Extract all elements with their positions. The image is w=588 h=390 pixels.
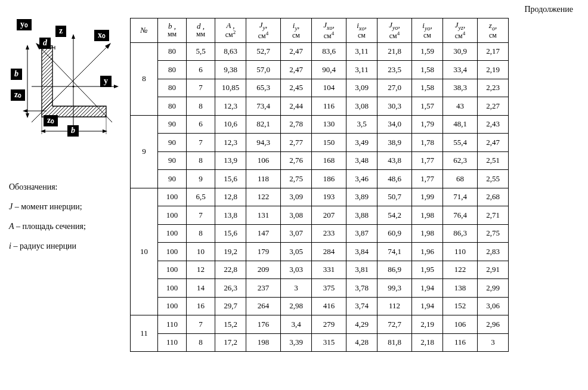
cell-ixo: 3,89 [346,188,377,206]
cell-b: 80 [158,79,187,97]
svg-marker-5 [23,109,27,113]
cell-Jyo: 81,8 [377,333,412,352]
cell-Jyo: 38,9 [377,134,412,152]
cell-A: 26,3 [215,279,246,298]
cell-ixo: 4,28 [346,333,377,352]
table-row: 101006,512,81223,091933,8950,71,9971,42,… [131,188,509,206]
cell-Jyz: 152 [443,297,478,315]
cell-Jyo: 99,3 [377,279,412,298]
label-b-left: b [11,69,22,80]
cell-iyo: 1,77 [412,151,443,170]
svg-marker-14 [26,45,29,49]
cell-zo: 2,23 [478,79,509,97]
cell-b: 100 [158,206,187,225]
cell-d: 8 [187,333,215,352]
table-body: 8805,58,6352,72,4783,63,1121,81,5930,92,… [131,42,509,352]
hdr-iy: iy,см [281,18,312,43]
note-4: i – радиус инерции [9,238,128,255]
label-b-bot: b [67,125,79,137]
cell-iyo: 1,99 [412,188,443,206]
table-row: 1001222,82093,033313,8186,91,951222,91 [131,261,509,279]
cell-d: 8 [187,151,215,170]
cell-A: 29,7 [215,297,246,315]
cell-b: 100 [158,243,187,261]
cell-iyo: 1,77 [412,170,443,188]
cell-b: 100 [158,188,187,206]
cell-Jyo: 21,8 [377,42,412,61]
properties-table-wrap: № b ,мм d ,мм A ,см2 Jy,см4 iy,см Jxo,см… [130,18,509,352]
cell-iyo: 1,58 [412,79,443,97]
cell-Jyo: 60,9 [377,224,412,243]
label-y0-top: y₀ [17,19,32,30]
cell-zo: 2,68 [478,188,509,206]
group-number: 11 [131,315,158,352]
label-z0-left: z₀ [11,89,25,101]
cell-zo: 2,51 [478,151,509,170]
cell-ixo: 3,74 [346,297,377,315]
properties-table: № b ,мм d ,мм A ,см2 Jy,см4 iy,см Jxo,см… [130,18,509,352]
cell-Jxo: 207 [312,206,346,225]
cell-zo: 2,55 [478,170,509,188]
hdr-Jyo: Jyo,см4 [377,18,412,43]
cell-A: 13,8 [215,206,246,225]
cell-ixo: 3,78 [346,279,377,298]
cell-Jxo: 150 [312,134,346,152]
cell-d: 7 [187,315,215,334]
cell-iy: 3,05 [281,243,312,261]
table-row: 1001629,72642,984163,741121,941523,06 [131,297,509,315]
cell-Jyz: 86,3 [443,224,478,243]
cell-Jy: 82,1 [246,115,281,134]
cell-Jyz: 106 [443,315,478,334]
svg-marker-15 [26,113,29,118]
cell-iyo: 1,58 [412,61,443,79]
cell-iyo: 1,94 [412,279,443,298]
cell-Jxo: 193 [312,188,346,206]
cell-d: 7 [187,79,215,97]
table-row: 90915,61182,751863,4648,61,77682,55 [131,170,509,188]
cell-b: 110 [158,333,187,352]
cell-d: 8 [187,224,215,243]
cell-zo: 2,75 [478,224,509,243]
svg-point-21 [73,86,75,88]
svg-marker-17 [41,129,45,133]
header-row: № b ,мм d ,мм A ,см2 Jy,см4 iy,см Jxo,см… [131,18,509,43]
cell-Jyo: 43,8 [377,151,412,170]
cell-A: 12,3 [215,134,246,152]
cell-ixo: 3,88 [346,206,377,225]
cell-iy: 3,4 [281,315,312,334]
cell-iy: 3,03 [281,261,312,279]
hdr-d: d ,мм [187,18,215,43]
cell-zo: 2,47 [478,134,509,152]
cell-Jy: 147 [246,224,281,243]
cell-iyo: 2,19 [412,315,443,334]
group-number: 8 [131,42,158,115]
cell-Jyo: 72,7 [377,315,412,334]
cell-iyo: 1,98 [412,206,443,225]
cell-Jy: 237 [246,279,281,298]
cell-Jxo: 331 [312,261,346,279]
label-y-right: y [100,76,112,87]
cell-b: 80 [158,97,187,116]
continuation-label: Продолжение [524,5,573,14]
cell-zo: 2,83 [478,243,509,261]
cell-b: 90 [158,115,187,134]
cell-ixo: 3,09 [346,79,377,97]
hdr-ixo: ixo,см [346,18,377,43]
cell-zo: 2,71 [478,206,509,225]
table-row: 100815,61473,072333,8760,91,9886,32,75 [131,224,509,243]
cell-b: 90 [158,134,187,152]
label-d: d [39,38,51,49]
table-row: 990610,682,12,781303,534,01,7948,12,43 [131,115,509,134]
cell-iy: 3,39 [281,333,312,352]
label-z-top: z [55,26,66,37]
cell-Jyz: 38,3 [443,79,478,97]
cell-ixo: 4,29 [346,315,377,334]
svg-marker-3 [114,85,119,88]
cell-d: 10 [187,243,215,261]
cell-iyo: 1,98 [412,224,443,243]
cell-Jxo: 186 [312,170,346,188]
hdr-A: A ,см2 [215,18,246,43]
cell-Jy: 94,3 [246,134,281,152]
cell-iyo: 1,95 [412,261,443,279]
cell-Jy: 264 [246,297,281,315]
